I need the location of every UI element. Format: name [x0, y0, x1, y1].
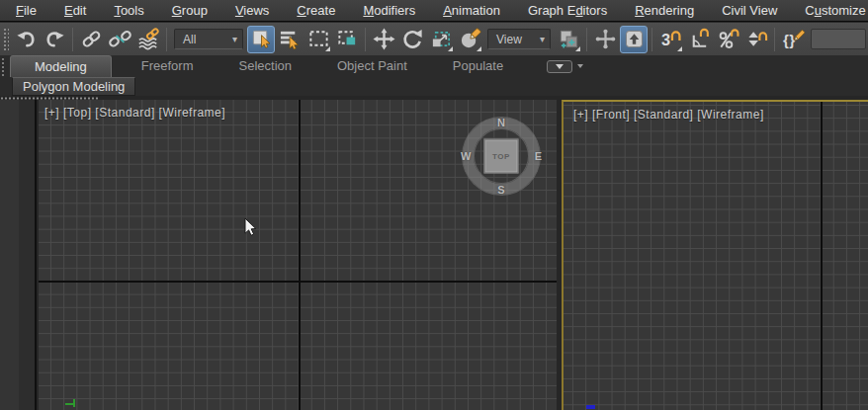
- menu-item-graph-editors[interactable]: Graph Editors: [514, 0, 621, 22]
- ribbon-tab-selection[interactable]: Selection: [223, 55, 307, 77]
- toolbar-separator: [166, 28, 167, 51]
- menu-item-animation[interactable]: Animation: [429, 0, 514, 22]
- menu-item-edit[interactable]: Edit: [50, 0, 100, 22]
- viewcube-top-face[interactable]: TOP: [484, 139, 519, 174]
- viewport-top-label[interactable]: [+] [Top] [Standard] [Wireframe]: [44, 106, 225, 120]
- select-and-link-button[interactable]: [77, 26, 105, 53]
- selection-filter-value: All: [183, 33, 222, 46]
- menu-item-file[interactable]: File: [2, 0, 50, 22]
- ribbon-tab-bar: ModelingFreeformSelectionObject PaintPop…: [0, 55, 868, 77]
- world-axis-z-blue: [586, 405, 595, 409]
- select-by-name-button[interactable]: [276, 26, 304, 53]
- ribbon-tab-freeform[interactable]: Freeform: [126, 55, 210, 77]
- pivot-center-icon: [558, 28, 580, 50]
- selection-filter-dropdown[interactable]: All▾: [174, 29, 243, 49]
- bind-to-space-warp-button[interactable]: [134, 26, 162, 53]
- world-axis-y-green-tip: [73, 399, 75, 407]
- select-and-scale-button[interactable]: [427, 26, 455, 53]
- main-toolbar: All▾View▾3{}: [0, 23, 868, 55]
- left-dock-strip-inner: [19, 100, 37, 410]
- grid-origin-x-axis: [39, 281, 557, 283]
- redo-icon: [43, 28, 66, 50]
- reference-coordinate-system-dropdown[interactable]: View▾: [487, 29, 551, 49]
- menu-item-civil-view[interactable]: Civil View: [708, 0, 791, 22]
- toolbar-separator: [72, 28, 73, 51]
- unlink-icon: [109, 28, 131, 50]
- percent-snap-toggle-button[interactable]: [714, 26, 741, 53]
- toolbar-separator: [365, 28, 366, 51]
- spinner-snap-icon: [745, 28, 768, 50]
- snaps-toggle-3d-button[interactable]: 3: [656, 26, 684, 53]
- unlink-selection-button[interactable]: [106, 26, 133, 53]
- viewport-area: [+] [Top] [Standard] [Wireframe] N E S W…: [0, 100, 868, 410]
- ribbon-tab-modeling[interactable]: Modeling: [10, 55, 112, 77]
- use-pivot-point-center-button[interactable]: [555, 26, 582, 53]
- viewcube-east[interactable]: E: [535, 150, 542, 162]
- edit-named-selection-sets-button[interactable]: {}: [779, 26, 807, 53]
- svg-text:{: {: [782, 32, 788, 48]
- region-rect-icon: [307, 28, 330, 50]
- toolbar-separator: [651, 28, 652, 51]
- scale-icon: [430, 28, 453, 50]
- toolbar-drag-grip[interactable]: [2, 27, 9, 52]
- manipulate-icon: [594, 28, 617, 50]
- keyboard-shortcut-override-button[interactable]: [620, 26, 648, 53]
- spinner-snap-toggle-button[interactable]: [742, 26, 770, 53]
- angle-snap-toggle-button[interactable]: [685, 26, 713, 53]
- svg-text:}: }: [789, 32, 795, 48]
- menu-item-rendering[interactable]: Rendering: [621, 0, 708, 22]
- select-cursor-icon: [250, 28, 273, 50]
- viewcube-west[interactable]: W: [461, 150, 471, 162]
- undo-button[interactable]: [12, 26, 40, 53]
- select-and-move-button[interactable]: [370, 26, 397, 53]
- place-icon: [459, 28, 481, 50]
- reference-coordinate-system-value: View: [496, 33, 530, 46]
- viewcube-south[interactable]: S: [497, 184, 504, 196]
- viewport-front-label[interactable]: [+] [Front] [Standard] [Wireframe]: [573, 108, 764, 122]
- select-by-name-icon: [279, 28, 302, 50]
- menu-item-customize[interactable]: Customize: [791, 0, 868, 22]
- ribbon-minimize-button[interactable]: [547, 60, 572, 73]
- chevron-down-icon: ▾: [540, 34, 545, 44]
- menu-bar: FileEditToolsGroupViewsCreateModifiersAn…: [0, 0, 868, 22]
- ribbon-tab-object-paint[interactable]: Object Paint: [321, 55, 423, 77]
- keyboard-override-icon: [623, 28, 646, 50]
- viewcube-north[interactable]: N: [497, 117, 505, 128]
- space-warp-icon: [137, 28, 160, 50]
- percent-snap-icon: [717, 28, 739, 50]
- move-icon: [373, 28, 395, 50]
- menu-item-create[interactable]: Create: [283, 0, 349, 22]
- select-and-manipulate-button[interactable]: [591, 26, 619, 53]
- toolbar-separator: [586, 28, 587, 51]
- named-selection-sets-field[interactable]: [811, 29, 866, 49]
- svg-text:3: 3: [660, 31, 669, 48]
- viewcube-compass[interactable]: N E S W TOP: [463, 118, 540, 195]
- ribbon-minimize-icon: [556, 64, 564, 69]
- select-object-button[interactable]: [247, 26, 275, 53]
- left-dock-strip: [0, 100, 19, 410]
- menu-item-tools[interactable]: Tools: [100, 0, 157, 22]
- ribbon-minimize-control[interactable]: [547, 55, 583, 77]
- redo-button[interactable]: [41, 26, 68, 53]
- rectangular-selection-region-button[interactable]: [304, 26, 332, 53]
- menu-item-views[interactable]: Views: [221, 0, 283, 22]
- menu-item-group[interactable]: Group: [158, 0, 221, 22]
- menu-item-modifiers[interactable]: Modifiers: [349, 0, 429, 22]
- viewport-front[interactable]: [+] [Front] [Standard] [Wireframe]: [562, 100, 868, 410]
- select-and-rotate-button[interactable]: [398, 26, 426, 53]
- toolbar-separator: [774, 28, 775, 51]
- angle-snap-icon: [688, 28, 711, 50]
- window-crossing-icon: [336, 28, 359, 50]
- window-crossing-toggle-button[interactable]: [333, 26, 361, 53]
- grid-origin-z-axis: [821, 102, 823, 410]
- rotate-icon: [401, 28, 424, 50]
- chevron-down-icon: ▾: [232, 34, 237, 44]
- undo-icon: [15, 28, 38, 50]
- select-and-place-button[interactable]: [456, 26, 483, 53]
- panel-tab-polygon-modeling[interactable]: Polygon Modeling: [12, 77, 135, 96]
- viewport-top[interactable]: [+] [Top] [Standard] [Wireframe] N E S W…: [39, 100, 557, 410]
- ribbon-tab-populate[interactable]: Populate: [437, 55, 519, 77]
- chevron-down-icon[interactable]: [577, 64, 583, 68]
- named-sets-icon: {}: [782, 28, 805, 50]
- link-icon: [80, 28, 103, 50]
